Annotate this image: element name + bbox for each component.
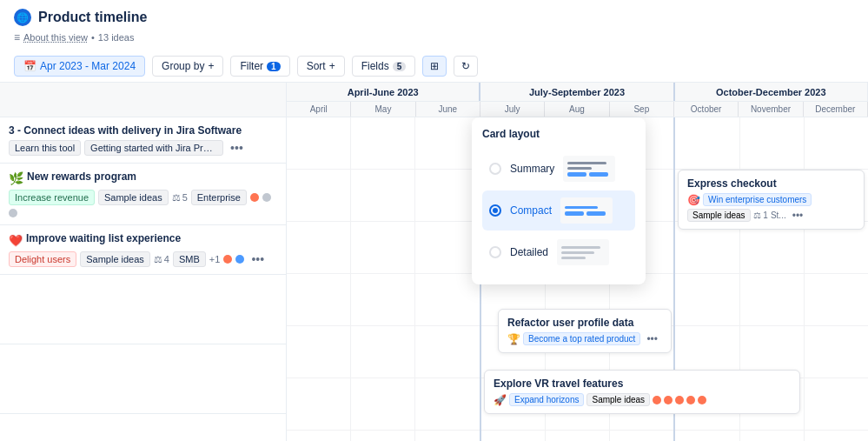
fields-button[interactable]: Fields 5 bbox=[352, 56, 416, 77]
refactor-profile-card[interactable]: Refactor user profile data 🏆 Become a to… bbox=[498, 309, 672, 353]
express-checkout-title: Express checkout bbox=[687, 177, 855, 190]
month-oct: October bbox=[674, 102, 739, 117]
refresh-button[interactable]: ↻ bbox=[454, 56, 478, 77]
preview-line-2 bbox=[567, 167, 592, 170]
month-headers: April May June July Aug Sep October Nove… bbox=[287, 102, 868, 117]
refactor-title: Refactor user profile data bbox=[507, 317, 662, 329]
idea-row-connect: 3 - Connect ideas with delivery in Jira … bbox=[0, 117, 286, 164]
menu-icon: ≡ bbox=[14, 31, 20, 43]
fields-badge: 5 bbox=[393, 62, 407, 71]
explore-tag1[interactable]: Expand horizons bbox=[509, 393, 585, 406]
layout-option-summary[interactable]: Summary bbox=[482, 149, 635, 189]
express-extra: St... bbox=[771, 210, 786, 220]
timeline-view-icon: ⊞ bbox=[430, 60, 439, 72]
tag-increase-revenue[interactable]: Increase revenue bbox=[9, 190, 95, 205]
view-toggle-button[interactable]: ⊞ bbox=[422, 56, 447, 77]
idea-row-rewards: 🌿 New rewards program Increase revenue S… bbox=[0, 164, 286, 225]
globe-icon: 🌐 bbox=[14, 9, 31, 26]
idea-row-empty1 bbox=[0, 275, 286, 344]
dot-orange-2 bbox=[223, 255, 232, 264]
page-title: Product timeline bbox=[38, 10, 147, 25]
explore-icon: 🚀 bbox=[494, 394, 507, 406]
month-nov: November bbox=[739, 102, 803, 117]
date-range-button[interactable]: 📅 Apr 2023 - Mar 2024 bbox=[14, 56, 145, 77]
timeline-grid: April-June 2023 July-September 2023 Octo… bbox=[287, 83, 868, 441]
preview-detailed-1 bbox=[561, 246, 600, 249]
about-view-link[interactable]: About this view bbox=[23, 32, 88, 43]
month-may: May bbox=[351, 102, 415, 117]
plus-icon: + bbox=[208, 60, 214, 72]
card-layout-popup: Card layout Summary bbox=[472, 117, 646, 284]
month-dec: December bbox=[804, 102, 868, 117]
idea-tags-waiting: Delight users Sample ideas ⚖4 SMB +1 ••• bbox=[9, 251, 277, 267]
timeline-wrapper: 3 - Connect ideas with delivery in Jira … bbox=[0, 83, 868, 441]
idea-count: 13 ideas bbox=[98, 32, 135, 43]
tag-delight-users[interactable]: Delight users bbox=[9, 251, 76, 267]
preview-tags bbox=[567, 172, 611, 177]
layout-option-compact[interactable]: Compact bbox=[482, 190, 635, 231]
idea-row-waiting: ❤️ Improve waiting list experience Delig… bbox=[0, 225, 286, 275]
dot-gray-1 bbox=[262, 193, 271, 202]
express-checkout-card[interactable]: Express checkout 🎯 Win enterprise custom… bbox=[678, 170, 865, 230]
refactor-more[interactable]: ••• bbox=[643, 333, 661, 345]
preview-line-1 bbox=[567, 162, 606, 164]
layout-option-detailed[interactable]: Detailed bbox=[482, 232, 635, 272]
quarter-april-june: April-June 2023 bbox=[287, 83, 480, 101]
tag-sample-ideas-waiting[interactable]: Sample ideas bbox=[80, 251, 150, 267]
summary-label: Summary bbox=[510, 163, 554, 175]
explore-vr-tags: 🚀 Expand horizons Sample ideas bbox=[494, 393, 791, 406]
idea-tags-rewards: Increase revenue Sample ideas ⚖5 Enterpr… bbox=[9, 190, 277, 217]
subheader: ≡ About this view • 13 ideas bbox=[0, 30, 868, 50]
tag-enterprise[interactable]: Enterprise bbox=[191, 190, 247, 205]
quarter-oct-dec: October-December 2023 bbox=[675, 83, 868, 101]
refactor-tag1[interactable]: Become a top rated product bbox=[523, 332, 640, 345]
month-july: July bbox=[480, 102, 545, 117]
idea-tags-connect: Learn this tool Getting started with Jir… bbox=[9, 140, 277, 156]
express-icon: 🎯 bbox=[687, 194, 700, 206]
group-by-button[interactable]: Group by + bbox=[152, 56, 223, 77]
explore-dot1 bbox=[653, 396, 661, 404]
more-button-connect[interactable]: ••• bbox=[227, 141, 247, 155]
quarter-headers: April-June 2023 July-September 2023 Octo… bbox=[287, 83, 868, 102]
explore-dot4 bbox=[686, 396, 695, 404]
radio-compact bbox=[489, 204, 501, 217]
compact-preview bbox=[560, 197, 613, 224]
dot-gray-2 bbox=[9, 209, 17, 217]
explore-dot5 bbox=[698, 396, 706, 404]
tag-getting-started[interactable]: Getting started with Jira Product Discov… bbox=[84, 140, 223, 156]
radio-summary bbox=[489, 163, 501, 175]
tag-smb[interactable]: SMB bbox=[173, 251, 206, 267]
summary-preview bbox=[563, 156, 615, 182]
express-more[interactable]: ••• bbox=[789, 210, 807, 222]
explore-tag2[interactable]: Sample ideas bbox=[586, 393, 650, 406]
explore-vr-card[interactable]: Explore VR travel features 🚀 Expand hori… bbox=[484, 370, 800, 414]
month-april: April bbox=[287, 102, 351, 117]
express-tag2[interactable]: Sample ideas bbox=[687, 209, 751, 222]
extra-waiting: +1 bbox=[209, 254, 221, 264]
express-checkout-tags: 🎯 Win enterprise customers Sample ideas … bbox=[687, 193, 855, 222]
tag-sample-ideas-rewards[interactable]: Sample ideas bbox=[98, 190, 169, 205]
express-tag1[interactable]: Win enterprise customers bbox=[703, 193, 812, 206]
idea-row-empty2 bbox=[0, 344, 286, 414]
filter-badge: 1 bbox=[267, 62, 281, 71]
explore-dot2 bbox=[664, 396, 673, 404]
more-button-waiting[interactable]: ••• bbox=[248, 252, 268, 266]
tag-learn[interactable]: Learn this tool bbox=[9, 140, 81, 156]
filter-button[interactable]: Filter 1 bbox=[230, 56, 289, 77]
month-june: June bbox=[416, 102, 480, 117]
month-aug: Aug bbox=[545, 102, 609, 117]
preview-compact-tags bbox=[565, 211, 608, 216]
detailed-label: Detailed bbox=[510, 246, 548, 258]
idea-title-rewards: New rewards program bbox=[27, 170, 136, 183]
grid-body: Express checkout 🎯 Win enterprise custom… bbox=[287, 117, 868, 441]
explore-vr-title: Explore VR travel features bbox=[494, 378, 791, 390]
row-labels: 3 - Connect ideas with delivery in Jira … bbox=[0, 83, 287, 441]
sort-button[interactable]: Sort + bbox=[297, 56, 345, 77]
express-scale: ⚖ 1 bbox=[753, 210, 768, 220]
preview-tag2 bbox=[589, 172, 608, 177]
waiting-icon: ❤️ bbox=[9, 234, 23, 247]
preview-compact-tag2 bbox=[586, 211, 606, 216]
preview-detailed-3 bbox=[561, 257, 586, 259]
idea-title-connect: 3 - Connect ideas with delivery in Jira … bbox=[9, 124, 277, 137]
preview-compact-1 bbox=[565, 206, 598, 209]
